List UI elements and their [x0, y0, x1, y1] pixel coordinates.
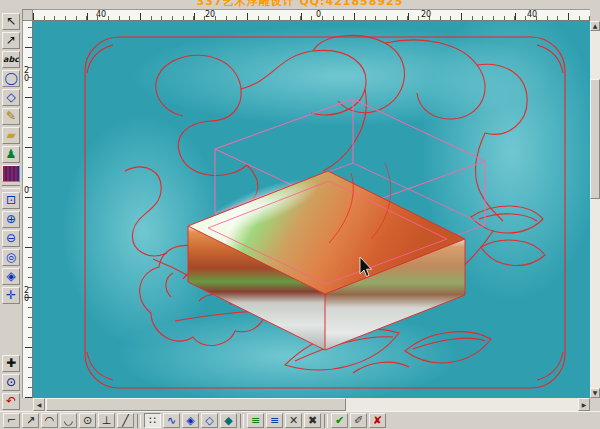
vertical-ruler: 20 0 20	[22, 21, 33, 398]
vruler-label: 20	[24, 67, 32, 83]
undo-tool[interactable]: ↶	[2, 393, 20, 410]
verify-tool[interactable]: ✔	[331, 413, 348, 428]
pan-tool[interactable]: ✛	[2, 287, 20, 304]
horizontal-scroll-thumb[interactable]	[46, 398, 346, 411]
circle-node-tool[interactable]: ⊙	[79, 413, 96, 428]
toolbar-separator	[137, 414, 141, 428]
toolbar-separator	[240, 414, 244, 428]
ruler-origin-box	[22, 9, 33, 21]
hruler-label: 40	[527, 10, 537, 19]
app-window: 337艺术浮雕设计 QQ:421858925 40 20 0 20 40 20 …	[0, 0, 600, 429]
scroll-up-button[interactable]: ▲	[590, 21, 600, 31]
zoom-all-tool[interactable]: ◎	[2, 249, 20, 266]
vruler-label: 20	[24, 287, 32, 303]
annotate-tool[interactable]: ✐	[350, 413, 367, 428]
arc-tool[interactable]: ◠	[41, 413, 58, 428]
scrollbar-corner	[590, 398, 600, 411]
extend-tool[interactable]: ↗	[22, 413, 39, 428]
text-tool[interactable]: abc	[2, 51, 20, 68]
layers-tool[interactable]: ≡	[247, 413, 264, 428]
bottom-toolbar: ⌐ ↗ ◠ ◡ ⊙ ⊥ ╱ ∷ ∿ ◈ ◇ ◆ ≡ ≡ ✕ ✖ ✔ ✐ ✘	[0, 411, 600, 429]
scroll-right-button[interactable]: ▶	[578, 398, 590, 411]
knife-tool[interactable]: ▰	[2, 127, 20, 144]
snap-quadrant-tool[interactable]: ◇	[201, 413, 218, 428]
vruler-label: 0	[24, 187, 32, 195]
select-tool[interactable]: ↖	[2, 13, 20, 30]
color-stripes-tool[interactable]	[2, 165, 20, 182]
line-tool[interactable]: ╱	[117, 413, 134, 428]
align-tool[interactable]: ≡	[266, 413, 283, 428]
perpendicular-tool[interactable]: ⊥	[98, 413, 115, 428]
title-strip: 337艺术浮雕设计 QQ:421858925	[0, 0, 600, 9]
break-node-tool[interactable]: ✕	[285, 413, 302, 428]
zoom-window-tool[interactable]: ⊡	[2, 192, 20, 209]
left-toolbar: ↖ ↗ abc ◯ ◇ ✎ ▰ ♟ ⊡ ⊕ ⊖ ◎ ◈ ✛ ✚ ⊙ ↶	[0, 9, 22, 411]
ellipse-tool[interactable]: ◯	[2, 70, 20, 87]
move-tool[interactable]: ✚	[2, 355, 20, 372]
snap-intersection-tool[interactable]: ◆	[220, 413, 237, 428]
design-canvas[interactable]	[33, 21, 590, 398]
vertical-scroll-thumb[interactable]	[590, 79, 600, 199]
figure-tool[interactable]: ♟	[2, 146, 20, 163]
toolbar-separator	[324, 414, 328, 428]
snap-center-tool[interactable]: ◈	[182, 413, 199, 428]
pencil-tool[interactable]: ✎	[2, 108, 20, 125]
hruler-label: 40	[96, 10, 106, 19]
magnifier-tool[interactable]: ⊙	[2, 374, 20, 391]
polygon-tool[interactable]: ◇	[2, 89, 20, 106]
delete-tool[interactable]: ✘	[369, 413, 386, 428]
zoom-out-tool[interactable]: ⊖	[2, 230, 20, 247]
window-title: 337艺术浮雕设计 QQ:421858925	[0, 0, 600, 8]
curve-tool[interactable]: ∿	[163, 413, 180, 428]
vertical-scrollbar[interactable]: ▲ ▼	[590, 21, 600, 398]
hruler-label: 20	[421, 10, 431, 19]
snap-grid-toggle[interactable]: ∷	[144, 413, 161, 428]
zoom-in-tool[interactable]: ⊕	[2, 211, 20, 228]
trim-tool[interactable]: ⌐	[3, 413, 20, 428]
toolbar-separator	[2, 185, 20, 189]
horizontal-ruler: 40 20 0 20 40	[33, 9, 590, 21]
scroll-down-button[interactable]: ▼	[590, 388, 600, 398]
join-node-tool[interactable]: ✖	[304, 413, 321, 428]
horizontal-scrollbar[interactable]: ◀ ▶	[33, 398, 590, 411]
hruler-label: 0	[316, 10, 321, 19]
zoom-page-tool[interactable]: ◈	[2, 268, 20, 285]
hruler-label: 20	[205, 10, 215, 19]
pick-tool[interactable]: ↗	[2, 32, 20, 49]
scroll-left-button[interactable]: ◀	[33, 398, 45, 411]
fillet-tool[interactable]: ◡	[60, 413, 77, 428]
